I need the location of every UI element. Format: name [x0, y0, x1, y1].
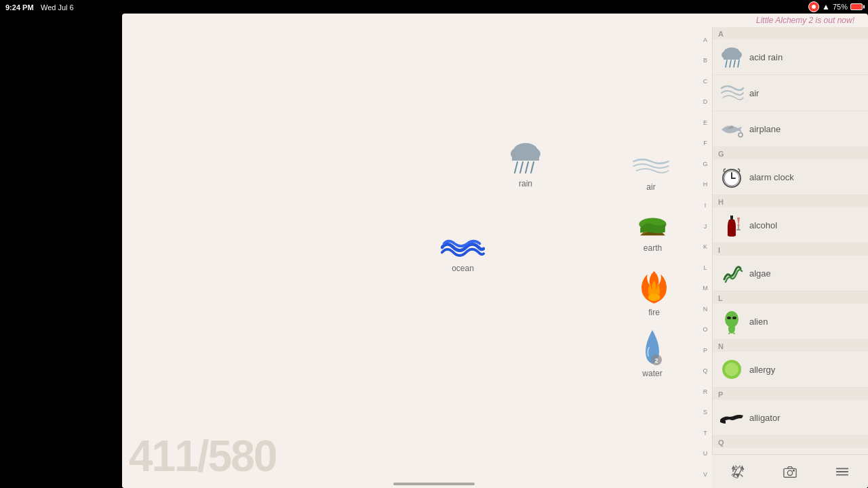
- alpha-P[interactable]: P: [703, 348, 707, 354]
- rain-icon: [505, 139, 546, 176]
- record-icon: [808, 1, 819, 12]
- sidebar-item-allergy[interactable]: allergy: [713, 352, 868, 388]
- canvas-element-ocean[interactable]: ocean: [441, 234, 485, 273]
- svg-point-57: [787, 470, 792, 475]
- alpha-O[interactable]: O: [703, 327, 707, 333]
- status-right: ▲ 75%: [808, 1, 863, 12]
- alpha-R[interactable]: R: [703, 389, 708, 395]
- section-g: G: [713, 147, 868, 159]
- canvas-element-rain[interactable]: rain: [505, 139, 546, 188]
- status-time-date: 9:24 PM Wed Jul 6: [5, 1, 74, 13]
- airplane-icon: [718, 115, 745, 142]
- sidebar: A acid rain: [712, 27, 868, 488]
- svg-rect-17: [724, 55, 740, 60]
- sidebar-item-alligator[interactable]: alligator: [713, 400, 868, 436]
- algae-label: algae: [749, 268, 771, 279]
- alpha-J[interactable]: J: [704, 224, 707, 230]
- section-i: I: [713, 243, 868, 256]
- alligator-icon: [718, 404, 745, 431]
- section-n: N: [713, 340, 868, 352]
- app-container: Little Alchemy 2 is out now! rain: [122, 14, 868, 488]
- svg-line-6: [526, 162, 528, 173]
- earth-icon: [634, 210, 671, 241]
- allergy-icon: [718, 356, 745, 383]
- element-counter: 411/580: [129, 431, 276, 481]
- menu-button[interactable]: [830, 460, 854, 484]
- canvas-element-fire-label: fire: [648, 308, 660, 317]
- alpha-T[interactable]: T: [703, 430, 707, 436]
- canvas-element-air[interactable]: air: [631, 152, 671, 192]
- sidebar-item-acid-rain[interactable]: acid rain: [713, 39, 868, 75]
- canvas-element-fire[interactable]: fire: [639, 268, 669, 317]
- svg-line-18: [726, 60, 727, 67]
- camera-button[interactable]: [778, 460, 802, 484]
- air-icon: [718, 79, 745, 106]
- alpha-G[interactable]: G: [703, 161, 707, 167]
- alarm-clock-label: alarm clock: [749, 172, 794, 182]
- battery-text: 75%: [833, 3, 848, 11]
- sidebar-item-alien[interactable]: alien: [713, 304, 868, 340]
- svg-line-5: [520, 162, 523, 173]
- canvas-element-earth-label: earth: [644, 243, 662, 253]
- air-label: air: [749, 88, 759, 98]
- svg-text:2: 2: [654, 357, 658, 364]
- alpha-H[interactable]: H: [703, 182, 708, 188]
- alpha-U[interactable]: U: [703, 451, 708, 457]
- alpha-Q[interactable]: Q: [703, 368, 707, 374]
- svg-line-7: [531, 162, 534, 173]
- svg-point-22: [738, 133, 743, 137]
- svg-point-37: [725, 363, 738, 376]
- battery-icon: [850, 3, 863, 10]
- svg-rect-3: [512, 154, 539, 161]
- canvas-element-rain-label: rain: [519, 179, 532, 188]
- alpha-B[interactable]: B: [703, 58, 707, 64]
- alien-label: alien: [749, 317, 768, 327]
- canvas-element-water[interactable]: 2 water: [639, 329, 666, 378]
- algae-icon: [718, 260, 745, 287]
- svg-line-19: [730, 60, 731, 67]
- section-h: H: [713, 195, 868, 207]
- alcohol-icon: [718, 211, 745, 239]
- air-canvas-icon: [631, 152, 671, 180]
- alpha-F[interactable]: F: [703, 140, 707, 146]
- alpha-M[interactable]: M: [703, 285, 708, 291]
- home-indicator: [393, 483, 475, 485]
- alpha-D[interactable]: D: [703, 99, 708, 105]
- play-area[interactable]: rain ocean air: [122, 27, 712, 488]
- recycle-button[interactable]: [726, 460, 750, 484]
- sidebar-item-airplane[interactable]: airplane: [713, 111, 868, 147]
- alpha-N[interactable]: N: [703, 306, 708, 312]
- svg-point-32: [727, 317, 731, 319]
- sidebar-item-alarm-clock[interactable]: alarm clock: [713, 159, 868, 195]
- airplane-label: airplane: [749, 124, 781, 134]
- section-a: A: [713, 27, 868, 39]
- alpha-V[interactable]: V: [703, 472, 707, 478]
- sidebar-item-alcohol[interactable]: alcohol: [713, 207, 868, 243]
- alpha-E[interactable]: E: [703, 120, 707, 126]
- fire-icon: [639, 268, 669, 305]
- time: 9:24 PM: [5, 3, 34, 12]
- svg-point-33: [732, 317, 736, 319]
- svg-rect-59: [835, 468, 848, 469]
- promo-text: Little Alchemy 2 is out now!: [756, 16, 854, 25]
- alpha-A[interactable]: A: [703, 37, 707, 43]
- canvas-element-earth[interactable]: earth: [634, 210, 671, 253]
- alpha-K[interactable]: K: [703, 244, 707, 250]
- alien-icon: [718, 308, 745, 335]
- alarm-clock-icon: [718, 163, 745, 190]
- sidebar-item-algae[interactable]: algae: [713, 256, 868, 291]
- alpha-I[interactable]: I: [705, 203, 707, 209]
- alpha-C[interactable]: C: [703, 79, 708, 85]
- alpha-S[interactable]: S: [703, 409, 707, 415]
- promo-banner[interactable]: Little Alchemy 2 is out now!: [122, 14, 868, 27]
- allergy-label: allergy: [749, 365, 775, 375]
- acid-rain-icon: [718, 43, 745, 70]
- section-l: L: [713, 291, 868, 304]
- sidebar-item-air[interactable]: air: [713, 75, 868, 111]
- alphabet-index: A B C D E F G H I J K L M N O P Q R S T …: [698, 27, 712, 488]
- svg-line-35: [734, 333, 735, 334]
- alpha-L[interactable]: L: [703, 265, 707, 271]
- alligator-label: alligator: [749, 413, 781, 423]
- svg-rect-27: [730, 216, 733, 220]
- svg-rect-61: [835, 474, 848, 475]
